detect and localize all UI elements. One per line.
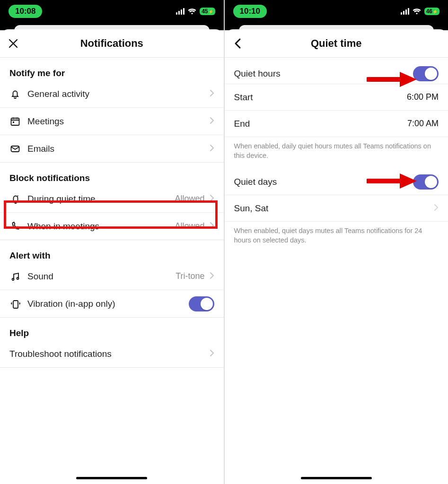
back-button[interactable] <box>225 30 251 57</box>
row-during-quiet-time[interactable]: z During quiet time Allowed <box>0 185 224 213</box>
page-header: Notifications <box>0 29 224 58</box>
row-label: Sound <box>27 271 176 282</box>
svg-rect-0 <box>11 118 19 125</box>
svg-point-5 <box>17 277 19 279</box>
quiet-hours-toggle[interactable] <box>413 66 439 81</box>
row-quiet-hours: Quiet hours <box>225 58 448 84</box>
section-alert-title: Alert with <box>0 240 224 263</box>
row-troubleshoot[interactable]: Troubleshoot notifications <box>0 340 224 368</box>
quiet-hours-hint: When enabled, daily quiet hours mutes al… <box>225 137 448 169</box>
snooze-bell-icon: z <box>9 193 27 205</box>
close-button[interactable] <box>0 30 26 57</box>
row-general-activity[interactable]: General activity <box>0 80 224 108</box>
chevron-right-icon <box>210 117 214 126</box>
row-value: 6:00 PM <box>407 92 439 102</box>
chevron-right-icon <box>210 144 214 154</box>
cellular-icon <box>401 8 409 15</box>
row-when-in-meetings[interactable]: When in meetings Allowed <box>0 213 224 240</box>
battery-indicator: 46⚡ <box>424 8 439 15</box>
row-label: Quiet hours <box>234 69 413 79</box>
quiet-days-hint: When enabled, quiet days mutes all Teams… <box>225 222 448 253</box>
row-label: Start <box>234 92 407 103</box>
svg-point-4 <box>12 278 14 280</box>
wifi-icon <box>187 8 197 15</box>
row-label: End <box>234 119 407 129</box>
row-meetings[interactable]: Meetings <box>0 108 224 135</box>
music-icon <box>9 271 27 282</box>
page-header: Quiet time <box>225 29 448 58</box>
section-help-title: Help <box>0 318 224 340</box>
row-label: Meetings <box>27 116 210 127</box>
page-title: Quiet time <box>251 37 422 50</box>
screen-notifications: 10:08 45⚡ Notifications Notify me for <box>0 0 224 484</box>
row-vibration[interactable]: Vibration (in-app only) <box>0 290 224 318</box>
chevron-left-icon <box>234 38 242 49</box>
svg-text:z: z <box>17 194 18 197</box>
row-label: Emails <box>27 144 210 154</box>
row-label: Troubleshoot notifications <box>9 349 210 359</box>
svg-rect-1 <box>13 121 14 123</box>
row-value: 7:00 AM <box>407 119 439 129</box>
row-label: General activity <box>27 89 210 99</box>
section-notify-title: Notify me for <box>0 58 224 80</box>
chevron-right-icon <box>210 272 214 281</box>
close-icon <box>8 38 18 49</box>
calendar-icon <box>9 116 27 127</box>
row-quiet-hours-end[interactable]: End 7:00 AM <box>225 111 448 137</box>
vibration-toggle[interactable] <box>189 296 214 311</box>
status-bar: 10:10 46⚡ <box>225 0 448 23</box>
chevron-right-icon <box>210 222 214 231</box>
chevron-right-icon <box>434 204 439 213</box>
row-value: Allowed <box>175 221 204 231</box>
screen-quiet-time: 10:10 46⚡ Quiet time Quiet hours Start <box>225 0 448 484</box>
status-time: 10:10 <box>233 5 267 18</box>
svg-rect-6 <box>13 301 18 308</box>
row-label: Sun, Sat <box>234 203 434 214</box>
row-sound[interactable]: Sound Tri-tone <box>0 263 224 290</box>
chevron-right-icon <box>210 89 214 99</box>
row-label: When in meetings <box>27 221 175 232</box>
row-label: During quiet time <box>27 194 175 204</box>
wifi-icon <box>412 8 422 15</box>
mail-icon <box>9 143 27 155</box>
row-quiet-days-selected[interactable]: Sun, Sat <box>225 195 448 222</box>
bell-icon <box>9 88 27 100</box>
row-value: Tri-tone <box>176 271 204 281</box>
page-title: Notifications <box>26 37 197 50</box>
row-value: Allowed <box>175 194 204 204</box>
status-indicators: 46⚡ <box>401 8 439 15</box>
status-indicators: 45⚡ <box>176 8 215 15</box>
status-bar: 10:08 45⚡ <box>0 0 224 23</box>
row-label: Quiet days <box>234 177 413 187</box>
section-block-title: Block notifications <box>0 163 224 185</box>
cellular-icon <box>176 8 184 15</box>
row-label: Vibration (in-app only) <box>27 299 189 309</box>
status-time: 10:08 <box>9 5 42 18</box>
battery-indicator: 45⚡ <box>200 8 215 15</box>
home-indicator <box>76 477 147 479</box>
quiet-days-toggle[interactable] <box>413 174 439 190</box>
row-quiet-days: Quiet days <box>225 169 448 195</box>
chevron-right-icon <box>210 349 214 359</box>
home-indicator <box>301 477 372 479</box>
row-quiet-hours-start[interactable]: Start 6:00 PM <box>225 84 448 111</box>
row-emails[interactable]: Emails <box>0 135 224 163</box>
phone-icon <box>9 221 27 232</box>
chevron-right-icon <box>210 194 214 204</box>
vibrate-icon <box>9 298 27 310</box>
